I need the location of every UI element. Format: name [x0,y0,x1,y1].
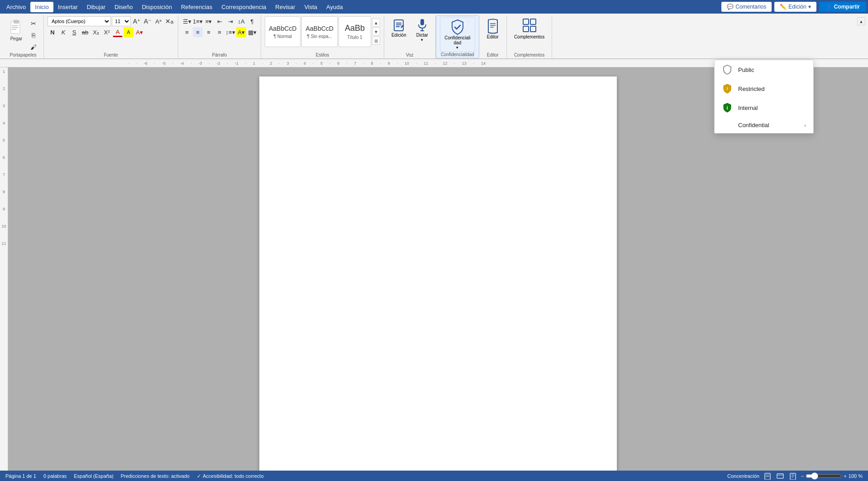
ribbon-group-voz: Edición Dictar ▾ Voz [384,15,436,58]
menu-inicio[interactable]: Inicio [30,2,53,12]
zoom-level[interactable]: 100 % [849,473,863,479]
style-expand[interactable]: ⊞ [372,37,380,45]
estilos-label: Estilos [265,52,380,58]
accessibility-indicator[interactable]: ✓ Accesibilidad: todo correcto [197,473,264,479]
decrease-indent-button[interactable]: ⇤ [215,16,224,26]
dropdown-item-public[interactable]: Public [715,60,813,79]
clear-formatting-button[interactable]: ✕a [164,16,174,26]
bold-button[interactable]: N [48,27,57,37]
paste-icon [8,18,24,36]
edicion-button[interactable]: ✏️ Edición ▾ [774,2,816,12]
menu-vista[interactable]: Vista [300,2,322,12]
style-titulo1[interactable]: AaBb Título 1 [339,16,371,47]
confidencialidad-label: Confidencialidad [440,52,475,58]
ribbon-group-fuente: Aptos (Cuerpo) 11 A⁺ A⁻ Aᵃ ✕a N K S [44,15,178,58]
edicion-voz-button[interactable]: Edición [388,16,410,39]
numbering-button[interactable]: 1≡▾ [193,16,203,26]
line-spacing-button[interactable]: ↕≡▾ [225,27,235,37]
menu-ayuda[interactable]: Ayuda [322,2,348,12]
view-print-button[interactable] [763,471,772,481]
complementos-button[interactable]: Complementos [510,16,548,41]
font-color2-button[interactable]: A▾ [134,27,144,37]
restricted-shield-icon: ! [722,84,733,94]
font-shrink-button[interactable]: A⁻ [143,16,153,26]
shading-button[interactable]: A▾ [236,27,246,37]
dropdown-item-confidential[interactable]: Confidential › [715,117,813,133]
document-page[interactable] [259,76,617,471]
ribbon-collapse-button[interactable]: ▲ [857,17,865,25]
menu-insertar[interactable]: Insertar [53,2,82,12]
cut-button[interactable]: ✂ [27,18,40,29]
zoom-in-button[interactable]: + [844,473,846,479]
style-scroll-up[interactable]: ▲ [372,19,380,27]
confidencialidad-button[interactable]: Confidencialidad ▾ [440,17,475,52]
view-web-button[interactable] [776,471,785,481]
style-normal[interactable]: AaBbCcD ¶ Normal [265,16,300,47]
menu-diseno[interactable]: Diseño [110,2,137,12]
show-formatting-button[interactable]: ¶ [247,16,257,26]
reader-view-icon [789,472,796,480]
align-right-button[interactable]: ≡ [204,27,214,37]
focus-label[interactable]: Concentración [727,473,759,479]
highlight-button[interactable]: A [124,27,134,37]
borders-button[interactable]: ▦▾ [247,27,257,37]
editor-button[interactable]: Editor [483,16,503,41]
zoom-slider[interactable] [806,472,842,480]
svg-rect-18 [530,26,536,32]
font-case-button[interactable]: Aᵃ [153,16,163,26]
underline-button[interactable]: S [69,27,79,37]
menu-dibujar[interactable]: Dibujar [82,2,110,12]
font-size-select[interactable]: 11 [112,16,131,26]
view-reader-button[interactable] [788,471,797,481]
word-count[interactable]: 0 palabras [43,473,67,479]
align-left-button[interactable]: ≡ [182,27,192,37]
comentarios-button[interactable]: 💬 Comentarios [721,2,772,12]
justify-button[interactable]: ≡ [215,27,224,37]
ribbon-group-parrafo: ☰▾ 1≡▾ ≡▾ ⇤ ⇥ ↕A ¶ ≡ ≡ ≡ ≡ ↕≡▾ A▾ [178,15,261,58]
svg-rect-16 [530,19,536,24]
bullets-button[interactable]: ☰▾ [182,16,192,26]
font-grow-button[interactable]: A⁺ [132,16,142,26]
increase-indent-button[interactable]: ⇥ [225,16,235,26]
zoom-out-button[interactable]: − [801,473,804,479]
para-controls: ☰▾ 1≡▾ ≡▾ ⇤ ⇥ ↕A ¶ ≡ ≡ ≡ ≡ ↕≡▾ A▾ [182,16,257,37]
dictar-chevron-icon: ▾ [421,38,423,42]
status-bar: Página 1 de 1 0 palabras Español (España… [0,471,868,481]
format-painter-button[interactable]: 🖌 [27,42,40,52]
italic-button[interactable]: K [58,27,68,37]
menu-revisar[interactable]: Revisar [271,2,300,12]
style-sinespacio[interactable]: AaBbCcD ¶ Sin espa... [301,16,337,47]
edicion-icon [392,18,405,33]
dropdown-item-internal[interactable]: i Internal [715,98,813,117]
copy-button[interactable]: ⎘ [27,30,40,41]
edit-icon: ✏️ [780,4,787,10]
dropdown-item-restricted[interactable]: ! Restricted [715,79,813,98]
dictar-button[interactable]: Dictar ▾ [413,16,432,44]
superscript-button[interactable]: X² [102,27,112,37]
language-indicator[interactable]: Español (España) [74,473,113,479]
page-info[interactable]: Página 1 de 1 [5,473,36,479]
styles-gallery: AaBbCcD ¶ Normal AaBbCcD ¶ Sin espa... A… [265,16,380,47]
menu-archivo[interactable]: Archivo [2,2,30,12]
svg-rect-26 [790,473,796,480]
menu-referencias[interactable]: Referencias [176,2,217,12]
style-scroll-down[interactable]: ▼ [372,28,380,36]
svg-rect-3 [12,27,18,28]
text-predictions[interactable]: Predicciones de texto: activado [121,473,190,479]
strikethrough-button[interactable]: ab [80,27,90,37]
font-color-button[interactable]: A [113,27,123,37]
align-center-button[interactable]: ≡ [193,27,203,37]
compartir-button[interactable]: 👤 Compartir [819,2,866,12]
sort-button[interactable]: ↕A [236,16,246,26]
menu-correspondencia[interactable]: Correspondencia [217,2,271,12]
paste-button[interactable]: Pegar [6,16,26,43]
menu-disposicion[interactable]: Disposición [137,2,176,12]
ruler-content: ·· -6· -5· -4· -3· -2· -1· 1· 2· 3· 4· 5… [128,61,486,66]
font-family-select[interactable]: Aptos (Cuerpo) [48,16,111,26]
accessibility-icon: ✓ [197,473,201,479]
svg-rect-15 [523,19,529,24]
top-right-buttons: 💬 Comentarios ✏️ Edición ▾ 👤 Compartir [721,2,866,12]
subscript-button[interactable]: X₂ [91,27,101,37]
svg-rect-9 [420,19,424,25]
multilevel-button[interactable]: ≡▾ [204,16,214,26]
